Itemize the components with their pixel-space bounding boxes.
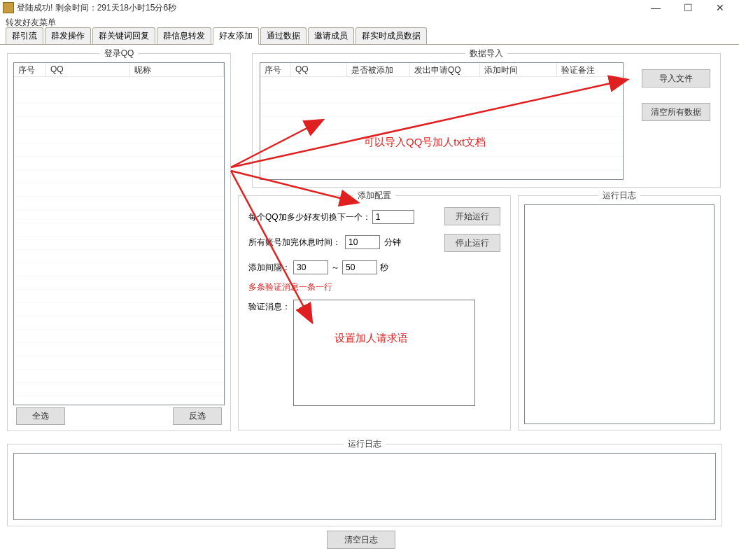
group-data-import-title: 数据导入 bbox=[465, 48, 507, 59]
rest-unit: 分钟 bbox=[384, 237, 401, 248]
col-qq[interactable]: QQ bbox=[46, 63, 130, 76]
switch-input[interactable] bbox=[372, 210, 414, 224]
group-run-log-title: 运行日志 bbox=[598, 190, 640, 202]
tab-keyword-reply[interactable]: 群关键词回复 bbox=[92, 27, 155, 44]
verify-message-textarea[interactable] bbox=[293, 300, 475, 406]
col-verify-note[interactable]: 验证备注 bbox=[557, 63, 623, 76]
col-qq[interactable]: QQ bbox=[291, 63, 347, 76]
close-button[interactable]: ✕ bbox=[704, 0, 736, 15]
import-table-head: 序号 QQ 是否被添加 发出申请QQ 添加时间 验证备注 bbox=[260, 63, 623, 77]
invert-select-button[interactable]: 反选 bbox=[173, 407, 222, 425]
group-add-config: 添加配置 每个QQ加多少好友切换下一个： 开始运行 所有账号加完休息时间： 分钟… bbox=[238, 195, 511, 430]
interval-unit: 秒 bbox=[380, 262, 388, 274]
group-data-import: 数据导入 序号 QQ 是否被添加 发出申请QQ 添加时间 验证备注 导入文件 清… bbox=[252, 53, 721, 188]
clear-log-button[interactable]: 清空日志 bbox=[327, 531, 395, 549]
run-log-box[interactable] bbox=[524, 204, 715, 424]
rest-input[interactable] bbox=[345, 235, 380, 249]
bottom-log-box[interactable] bbox=[13, 453, 716, 520]
content-area: 登录QQ 序号 QQ 昵称 全选 反选 数据导入 序号 QQ 是否被添加 发出申… bbox=[0, 45, 739, 560]
tab-group-send[interactable]: 群发操作 bbox=[45, 27, 91, 44]
minimize-button[interactable]: — bbox=[640, 0, 672, 15]
col-seq[interactable]: 序号 bbox=[14, 63, 46, 76]
login-qq-table[interactable]: 序号 QQ 昵称 bbox=[13, 62, 225, 405]
tabbar: 群引流 群发操作 群关键词回复 群信息转发 好友添加 通过数据 邀请成员 群实时… bbox=[0, 29, 739, 45]
import-table[interactable]: 序号 QQ 是否被添加 发出申请QQ 添加时间 验证备注 bbox=[260, 62, 624, 180]
rest-label: 所有账号加完休息时间： bbox=[248, 237, 341, 248]
maximize-button[interactable]: ☐ bbox=[672, 0, 704, 15]
tab-add-friend[interactable]: 好友添加 bbox=[213, 27, 259, 45]
login-qq-table-body[interactable] bbox=[14, 77, 224, 405]
group-login-qq-title: 登录QQ bbox=[100, 48, 139, 59]
import-file-button[interactable]: 导入文件 bbox=[642, 69, 710, 88]
col-nick[interactable]: 昵称 bbox=[130, 63, 224, 76]
interval-to-input[interactable] bbox=[342, 260, 377, 274]
app-icon bbox=[3, 2, 14, 13]
menu-forward-friends[interactable]: 转发好友菜单 bbox=[6, 17, 56, 29]
group-bottom-log: 运行日志 bbox=[7, 444, 722, 526]
start-button[interactable]: 开始运行 bbox=[444, 207, 500, 225]
group-login-qq: 登录QQ 序号 QQ 昵称 全选 反选 bbox=[7, 53, 231, 431]
interval-from-input[interactable] bbox=[293, 260, 328, 274]
import-table-body[interactable] bbox=[260, 77, 623, 179]
select-all-button[interactable]: 全选 bbox=[16, 407, 65, 425]
interval-sep: ～ bbox=[331, 262, 339, 274]
col-add-time[interactable]: 添加时间 bbox=[480, 63, 557, 76]
col-added[interactable]: 是否被添加 bbox=[347, 63, 410, 76]
group-add-config-title: 添加配置 bbox=[353, 190, 395, 202]
window-controls: — ☐ ✕ bbox=[640, 0, 736, 15]
window-title: 登陆成功! 剩余时间：291天18小时15分6秒 bbox=[17, 2, 640, 14]
col-seq[interactable]: 序号 bbox=[260, 63, 291, 76]
clear-all-button[interactable]: 清空所有数据 bbox=[642, 103, 710, 121]
verify-label: 验证消息： bbox=[248, 301, 290, 313]
switch-label: 每个QQ加多少好友切换下一个： bbox=[248, 211, 371, 223]
tab-passed-data[interactable]: 通过数据 bbox=[260, 27, 307, 44]
titlebar: 登陆成功! 剩余时间：291天18小时15分6秒 — ☐ ✕ bbox=[0, 0, 739, 15]
tab-group-forward[interactable]: 群信息转发 bbox=[157, 27, 211, 44]
group-run-log: 运行日志 bbox=[518, 195, 721, 430]
tab-realtime-member[interactable]: 群实时成员数据 bbox=[356, 27, 427, 44]
login-qq-table-head: 序号 QQ 昵称 bbox=[14, 63, 224, 77]
interval-label: 添加间隔： bbox=[248, 262, 290, 274]
stop-button[interactable]: 停止运行 bbox=[444, 234, 500, 252]
group-bottom-log-title: 运行日志 bbox=[344, 438, 386, 450]
verify-hint: 多条验证消息一条一行 bbox=[248, 281, 332, 293]
tab-invite-member[interactable]: 邀请成员 bbox=[308, 27, 354, 44]
tab-group-drain[interactable]: 群引流 bbox=[6, 27, 43, 44]
col-applied-qq[interactable]: 发出申请QQ bbox=[410, 63, 480, 76]
